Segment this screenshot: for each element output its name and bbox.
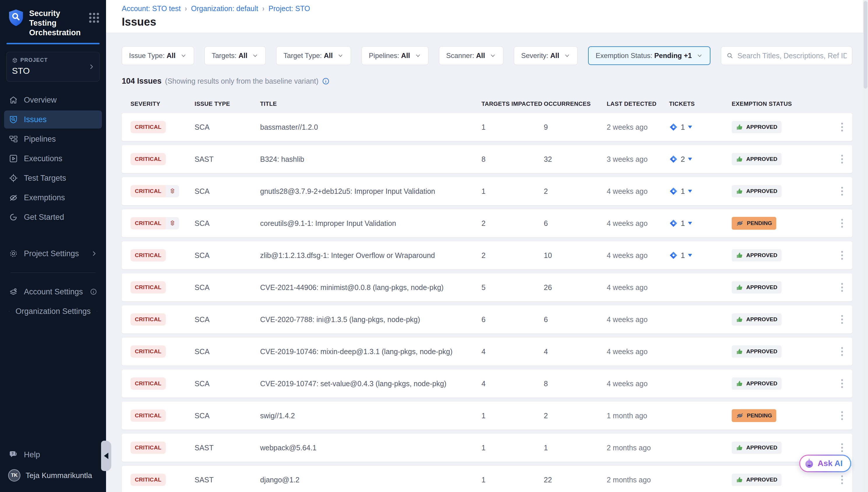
issue-row[interactable]: CRITICAL SCA CVE-2021-44906: minimist@0.…: [122, 273, 852, 301]
exemption-status-badge: APPROVED: [732, 281, 782, 294]
column-header-severity: SEVERITY: [131, 101, 194, 107]
row-menu-button[interactable]: [838, 473, 846, 487]
last-detected: 4 weeks ago: [607, 251, 669, 260]
search-input[interactable]: [737, 52, 847, 60]
scrollbar-thumb[interactable]: [864, 1, 867, 89]
sidebar-item-exemptions[interactable]: Exemptions: [4, 189, 102, 207]
row-menu-button[interactable]: [838, 409, 846, 422]
row-menu-button[interactable]: [838, 120, 846, 134]
page-title: Issues: [122, 16, 868, 28]
get-started-icon: [9, 213, 18, 222]
targets-impacted: 1: [481, 444, 544, 452]
issue-row[interactable]: CRITICAL SCA gnutls28@3.7.9-2+deb12u5: I…: [122, 177, 852, 205]
issue-row[interactable]: CRITICAL SCA CVE-2019-10746: mixin-deep@…: [122, 338, 852, 366]
page-scrollbar[interactable]: [863, 0, 868, 492]
thumbs-up-icon: [736, 284, 743, 291]
ask-ai-label: Ask AI: [818, 459, 843, 468]
issue-type: SAST: [194, 444, 260, 452]
chevron-right-icon: [91, 250, 97, 257]
sidebar-item-account-settings[interactable]: Account Settings: [4, 283, 102, 301]
issue-title: webpack@5.64.1: [260, 444, 481, 452]
user-menu[interactable]: TK Teja Kummarikuntla: [4, 465, 102, 486]
column-header-occurrences: OCCURRENCES: [544, 101, 607, 107]
project-selector[interactable]: PROJECT STO: [6, 52, 100, 82]
issue-row[interactable]: CRITICAL SCA swig//1.4.2 1 2 1 month ago…: [122, 402, 852, 429]
filter-pill[interactable]: Pipelines: All: [362, 46, 428, 65]
stacked-issues-icon: [169, 220, 176, 227]
targets-impacted: 6: [481, 315, 544, 324]
issue-title: bassmaster//1.2.0: [260, 123, 481, 131]
ticket-cell[interactable]: 1: [669, 219, 732, 228]
row-menu-button[interactable]: [838, 281, 846, 294]
sidebar-item-help[interactable]: ? Help: [4, 446, 102, 464]
issue-row[interactable]: CRITICAL SAST webpack@5.64.1 1 1 2 month…: [122, 434, 852, 462]
ticket-count: 1: [681, 219, 685, 228]
issue-row[interactable]: CRITICAL SCA coreutils@9.1-1: Improper I…: [122, 209, 852, 237]
info-icon[interactable]: [322, 77, 330, 85]
filter-pill[interactable]: Targets: All: [205, 46, 266, 65]
issue-type: SCA: [194, 251, 260, 260]
filter-pill[interactable]: Scanner: All: [439, 46, 503, 65]
sidebar-item-test-targets[interactable]: Test Targets: [4, 169, 102, 187]
breadcrumb-org-link[interactable]: Organization: default: [191, 4, 258, 13]
severity-badge: CRITICAL: [131, 281, 166, 294]
sidebar-item-overview[interactable]: Overview: [4, 91, 102, 109]
issues-count-line: 104 Issues (Showing results only from th…: [122, 77, 852, 86]
sidebar-item-project-settings[interactable]: Project Settings: [4, 245, 102, 263]
issue-row[interactable]: CRITICAL SCA CVE-2020-7788: ini@1.3.5 (l…: [122, 305, 852, 334]
ticket-cell[interactable]: 2: [669, 155, 732, 164]
sidebar-item-label: Exemptions: [24, 193, 65, 202]
last-detected: 4 weeks ago: [607, 347, 669, 356]
info-icon: [90, 288, 97, 296]
sidebar-collapse-handle[interactable]: [101, 441, 111, 471]
row-menu-button[interactable]: [838, 249, 846, 262]
sidebar-item-get-started[interactable]: Get Started: [4, 208, 102, 226]
pipelines-icon: [9, 134, 18, 144]
exemption-status-badge: PENDING: [732, 217, 776, 230]
issue-row[interactable]: CRITICAL SAST django@1.2 1 22 2 months a…: [122, 466, 852, 492]
sidebar-item-issues[interactable]: Issues: [4, 110, 102, 128]
caret-down-icon: [688, 190, 692, 193]
occurrences: 1: [544, 444, 607, 452]
occurrences: 26: [544, 283, 607, 292]
occurrences: 9: [544, 123, 607, 131]
sidebar-item-organization-settings[interactable]: Organization Settings: [4, 302, 102, 320]
row-menu-button[interactable]: [838, 217, 846, 230]
row-menu-button[interactable]: [838, 313, 846, 326]
exemption-status-label: APPROVED: [746, 124, 778, 130]
severity-badge: CRITICAL: [131, 185, 179, 197]
caret-down-icon: [688, 222, 692, 225]
issue-row[interactable]: CRITICAL SCA bassmaster//1.2.0 1 9 2 wee…: [122, 113, 852, 141]
module-grid-icon[interactable]: [89, 13, 99, 23]
row-menu-button[interactable]: [838, 377, 846, 390]
ticket-cell[interactable]: 1: [669, 187, 732, 196]
exemption-status-badge: APPROVED: [732, 442, 782, 454]
issue-row[interactable]: CRITICAL SCA zlib@1:1.2.13.dfsg-1: Integ…: [122, 241, 852, 269]
issue-type: SCA: [194, 379, 260, 388]
row-menu-button[interactable]: [838, 441, 846, 454]
severity-badge: CRITICAL: [131, 410, 166, 422]
sidebar-item-pipelines[interactable]: Pipelines: [4, 130, 102, 148]
filter-pill[interactable]: Issue Type: All: [122, 46, 194, 65]
issue-row[interactable]: CRITICAL SAST B324: hashlib 8 32 3 weeks…: [122, 145, 852, 173]
issue-type: SCA: [194, 412, 260, 420]
filter-pill[interactable]: Target Type: All: [276, 46, 351, 65]
sidebar-item-executions[interactable]: Executions: [4, 149, 102, 168]
exemption-status-label: APPROVED: [746, 348, 778, 355]
row-menu-button[interactable]: [838, 184, 846, 198]
issue-row[interactable]: CRITICAL SCA CVE-2019-10747: set-value@0…: [122, 370, 852, 398]
issue-type: SAST: [194, 155, 260, 164]
breadcrumb-project-link[interactable]: Project: STO: [268, 4, 310, 13]
ask-ai-button[interactable]: Ask AI: [799, 455, 851, 472]
target-icon: [9, 173, 18, 183]
ticket-cell[interactable]: 1: [669, 251, 732, 260]
row-menu-button[interactable]: [838, 152, 846, 166]
ticket-cell[interactable]: 1: [669, 123, 732, 132]
ai-mascot-icon: [804, 458, 815, 469]
breadcrumb-account-link[interactable]: Account: STO test: [122, 4, 181, 13]
filter-pill[interactable]: Severity: All: [514, 46, 578, 65]
issues-count-note: (Showing results only from the baseline …: [165, 77, 319, 85]
row-menu-button[interactable]: [838, 345, 846, 358]
filter-pill[interactable]: Exemption Status: Pending +1: [588, 46, 710, 65]
exemption-status-badge: APPROVED: [732, 121, 782, 133]
